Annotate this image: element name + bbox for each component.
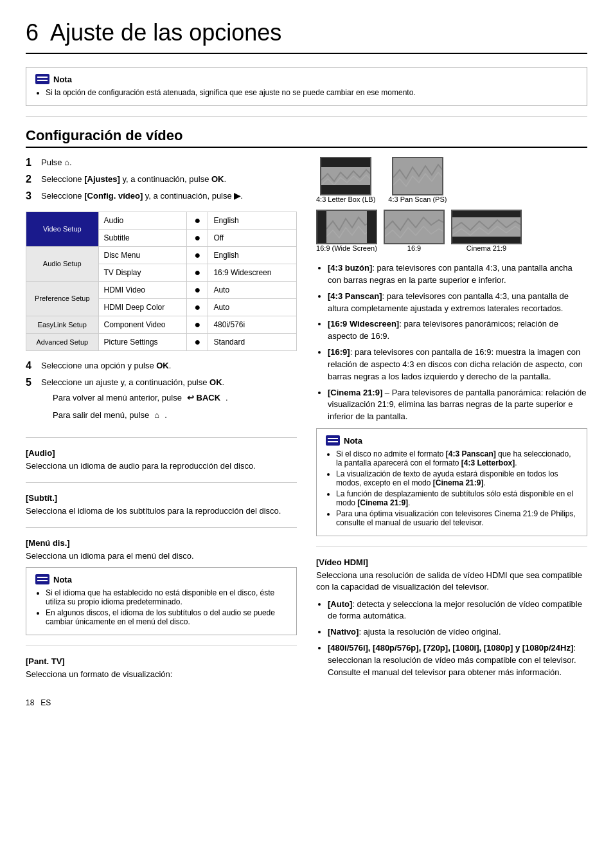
panttv-heading: [Pant. TV]: [26, 656, 297, 666]
hdmi-bullets: [Auto]: detecta y selecciona la mejor re…: [316, 599, 587, 679]
menu-value-componentvideo: 480i/576i: [208, 316, 297, 333]
section-title-video: Configuración de vídeo: [26, 127, 587, 148]
note3-item-2: La función de desplazamiento de subtítul…: [336, 489, 578, 507]
menu-item-discmenu: Disc Menu: [98, 246, 187, 264]
divider-3: [26, 482, 297, 483]
menu-value-hdmideepcolor: Auto: [208, 298, 297, 316]
step-4: 4 Seleccione una opción y pulse OK.: [26, 360, 297, 372]
divider-2: [26, 437, 297, 438]
language-code: ES: [40, 698, 51, 707]
divider-4: [26, 527, 297, 528]
tv-lb-block: 4:3 Letter Box (LB): [316, 157, 375, 203]
step-5: 5 Seleccione un ajuste y, a continuación…: [26, 377, 297, 427]
menudis-text: Selecciona un idioma para el menú del di…: [26, 550, 297, 562]
audio-heading: [Audio]: [26, 448, 297, 458]
tv-images-top: 4:3 Letter Box (LB) 4:3 Pan Scan (PS): [316, 157, 587, 203]
menu-row-4: Preference Setup HDMI Video ● Auto: [26, 281, 297, 298]
tv-ws-frame: [316, 210, 377, 244]
note-header-2: Nota: [35, 574, 287, 584]
menu-item-picturesettings: Picture Settings: [98, 333, 187, 350]
note-box-1: Nota Si la opción de configuración está …: [26, 67, 587, 106]
tv-cinema-block: Cinema 21:9: [451, 210, 522, 252]
note-list-3: Si el disco no admite el formato [4:3 Pa…: [326, 449, 578, 527]
tv-cinema-label: Cinema 21:9: [466, 244, 506, 252]
tv-169-block: 16:9: [384, 210, 445, 252]
menu-item-componentvideo: Component Video: [98, 316, 187, 333]
menu-value-tvdisplay: 16:9 Widescreen: [208, 264, 297, 281]
page-title-text: Ajuste de las opciones: [50, 19, 281, 46]
page-title: 6 Ajuste de las opciones: [26, 19, 587, 54]
tv-169-label: 16:9: [407, 244, 421, 252]
note-icon-1: [35, 74, 49, 84]
note-list-1: Si la opción de configuración está atenu…: [35, 88, 578, 97]
tv-lb-frame: [320, 157, 371, 195]
note-icon-2: [35, 574, 49, 584]
tv-lb-label: 4:3 Letter Box (LB): [316, 195, 375, 203]
page-footer: 18 ES: [26, 698, 587, 707]
menu-row-7: Advanced Setup Picture Settings ● Standa…: [26, 333, 297, 350]
tv-bullet-0: [4:3 buzón]: para televisores con pantal…: [328, 262, 587, 287]
step-3: 3 Seleccione [Config. vídeo] y, a contin…: [26, 190, 297, 202]
tv-ws-label: 16:9 (Wide Screen): [316, 244, 377, 252]
subtit-text: Selecciona el idioma de los subtítulos p…: [26, 505, 297, 517]
panttv-text: Selecciona un formato de visualización:: [26, 669, 297, 680]
chapter-number: 6: [26, 19, 39, 46]
menudis-heading: [Menú dis.]: [26, 538, 297, 548]
menu-value-hdmivideo: Auto: [208, 281, 297, 298]
note-label-2: Nota: [53, 575, 72, 584]
tv-ps-frame: [392, 157, 443, 195]
note2-item-0: Si el idioma que ha establecido no está …: [46, 588, 287, 606]
tv-ws-wave: [326, 211, 369, 244]
note-box-2: Nota Si el idioma que ha establecido no …: [26, 567, 297, 635]
tv-images-bottom: 16:9 (Wide Screen) 16:9: [316, 210, 587, 252]
tv-cinema-wave: [452, 217, 522, 239]
step-1: 1 Pulse ⌂.: [26, 157, 297, 168]
divider-right-1: [316, 547, 587, 547]
sidebar-easylink-setup: EasyLink Setup: [26, 316, 99, 333]
home-icon-1: ⌂: [64, 158, 69, 167]
note2-item-1: En algunos discos, el idioma de los subt…: [46, 608, 287, 626]
steps-1-3: 1 Pulse ⌂. 2 Seleccione [Ajustes] y, a c…: [26, 157, 297, 203]
note-header-1: Nota: [35, 74, 578, 84]
tv-169-wave: [385, 211, 445, 244]
tv-cinema-frame: [451, 210, 522, 244]
right-column: 4:3 Letter Box (LB) 4:3 Pan Scan (PS): [316, 157, 587, 685]
steps-4-5: 4 Seleccione una opción y pulse OK. 5 Se…: [26, 360, 297, 427]
tv-169-frame: [384, 210, 445, 244]
main-content: 1 Pulse ⌂. 2 Seleccione [Ajustes] y, a c…: [26, 157, 587, 685]
menu-value-audio: English: [208, 212, 297, 229]
note-icon-3: [326, 435, 340, 446]
step-2: 2 Seleccione [Ajustes] y, a continuación…: [26, 174, 297, 185]
tv-ps-label: 4:3 Pan Scan (PS): [388, 195, 447, 203]
note3-item-3: Para una óptima visualización con televi…: [336, 509, 578, 527]
sidebar-advanced-setup: Advanced Setup: [26, 333, 99, 350]
note-box-3: Nota Si el disco no admite el formato [4…: [316, 428, 587, 536]
tv-ps-block: 4:3 Pan Scan (PS): [388, 157, 447, 203]
tv-bullet-4: [Cinema 21:9] – Para televisores de pant…: [328, 387, 587, 424]
note-list-2: Si el idioma que ha establecido no está …: [35, 588, 287, 626]
menu-table: Video Setup Audio ● English Subtitle ● O…: [26, 212, 297, 351]
note3-item-1: La visualización de texto de ayuda estar…: [336, 469, 578, 487]
page-number: 18: [26, 698, 34, 707]
hdmi-bullet-0: [Auto]: detecta y selecciona la mejor re…: [328, 599, 587, 623]
step-5-sub-1: Para volver al menú anterior, pulse ↩ BA…: [53, 392, 228, 404]
menu-item-hdmideepcolor: HDMI Deep Color: [98, 298, 187, 316]
menu-item-subtitle: Subtitle: [98, 229, 187, 246]
menu-row-6: EasyLink Setup Component Video ● 480i/57…: [26, 316, 297, 333]
sidebar-video-setup: Video Setup: [26, 212, 99, 246]
audio-text: Selecciona un idioma de audio para la re…: [26, 460, 297, 472]
left-column: 1 Pulse ⌂. 2 Seleccione [Ajustes] y, a c…: [26, 157, 297, 685]
menu-item-audio: Audio: [98, 212, 187, 229]
menu-value-subtitle: Off: [208, 229, 297, 246]
menu-value-discmenu: English: [208, 246, 297, 264]
step-5-sub-2: Para salir del menú, pulse ⌂.: [53, 410, 228, 422]
hdmi-text: Selecciona una resolución de salida de v…: [316, 570, 587, 593]
subtit-heading: [Subtít.]: [26, 493, 297, 503]
hdmi-bullet-1: [Nativo]: ajusta la resolución de vídeo …: [328, 626, 587, 638]
note3-item-0: Si el disco no admite el formato [4:3 Pa…: [336, 449, 578, 467]
tv-bullet-1: [4:3 Panscan]: para televisores con pant…: [328, 291, 587, 315]
hdmi-heading: [Vídeo HDMI]: [316, 557, 587, 567]
hdmi-bullet-2: [480i/576i], [480p/576p], [720p], [1080i…: [328, 642, 587, 679]
divider-1: [26, 116, 587, 117]
sidebar-audio-setup: Audio Setup: [26, 246, 99, 281]
